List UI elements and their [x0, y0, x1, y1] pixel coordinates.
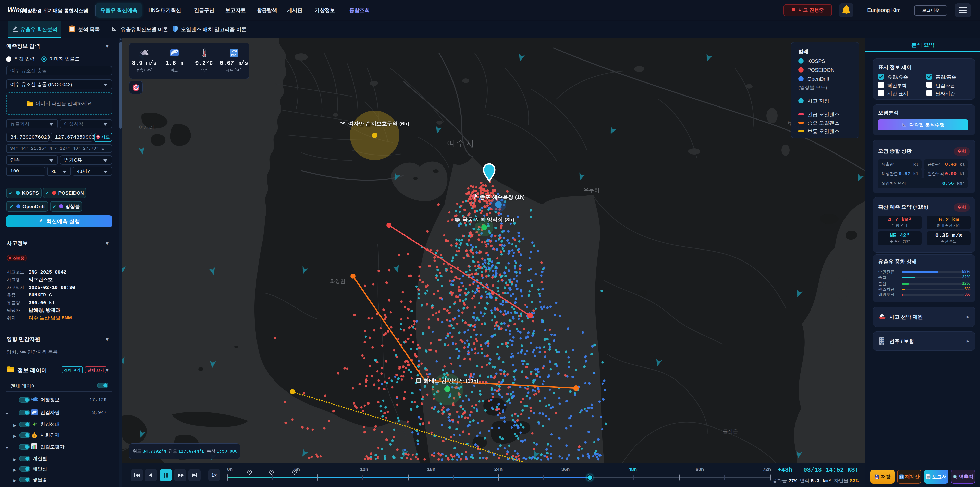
svg-text:$: $: [34, 434, 35, 438]
